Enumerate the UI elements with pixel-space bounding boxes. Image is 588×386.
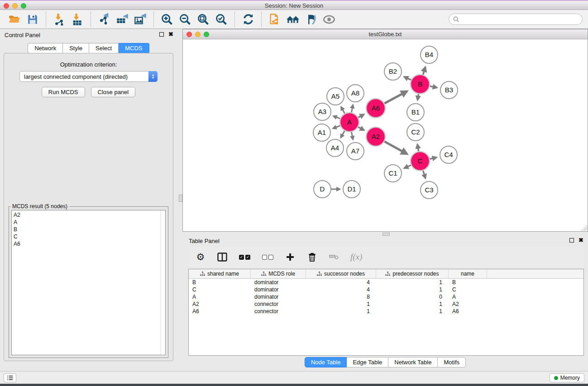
mcds-result-item[interactable]: B xyxy=(14,226,158,233)
optimization-criterion-dropdown[interactable]: largest connected component (directed) ▲… xyxy=(19,71,158,82)
refresh-icon[interactable] xyxy=(240,12,256,27)
task-history-button[interactable] xyxy=(4,373,16,382)
home-icon[interactable] xyxy=(285,12,301,27)
table-row[interactable]: Cdominator41C xyxy=(189,286,583,293)
zoom-out-icon[interactable] xyxy=(177,12,193,27)
graph-node-B1[interactable]: B1 xyxy=(407,104,424,121)
tab-mcds[interactable]: MCDS xyxy=(119,43,149,53)
graph-node-C4[interactable]: C4 xyxy=(440,146,457,163)
mcds-result-item[interactable]: A2 xyxy=(14,211,158,219)
open-session-icon[interactable] xyxy=(7,12,22,27)
export-table-icon[interactable] xyxy=(115,12,130,27)
graph-node-C[interactable]: C xyxy=(411,152,430,171)
edge-C-C2[interactable] xyxy=(417,144,418,151)
float-panel-icon[interactable] xyxy=(159,32,164,37)
window-resize-grip[interactable] xyxy=(581,225,587,231)
edge-A-A5[interactable] xyxy=(341,107,345,114)
toolbar-search-field[interactable] xyxy=(449,14,583,25)
mcds-list-scrollbar[interactable] xyxy=(160,210,165,355)
graph-node-B3[interactable]: B3 xyxy=(440,81,458,99)
tab-edge-table[interactable]: Edge Table xyxy=(347,357,388,367)
graph-node-A5[interactable]: A5 xyxy=(327,88,344,105)
graph-node-D1[interactable]: D1 xyxy=(343,181,360,198)
mcds-result-item[interactable]: C xyxy=(14,233,158,240)
close-table-panel-icon[interactable]: ✖ xyxy=(578,238,583,243)
edge-C-C3[interactable] xyxy=(423,171,425,178)
tab-style[interactable]: Style xyxy=(63,43,89,53)
edge-C-C1[interactable] xyxy=(404,165,411,168)
table-row[interactable]: A6connector11A6 xyxy=(189,308,583,315)
search-input[interactable] xyxy=(459,15,582,24)
run-mcds-button[interactable]: Run MCDS xyxy=(42,87,85,97)
graph-node-B[interactable]: B xyxy=(411,75,430,94)
tab-network[interactable]: Network xyxy=(28,43,63,53)
edge-A-A4[interactable] xyxy=(341,131,344,138)
zoom-selected-icon[interactable] xyxy=(214,12,229,27)
zoom-in-icon[interactable] xyxy=(159,12,175,27)
graph-node-A1[interactable]: A1 xyxy=(313,124,330,141)
edge-A2-C[interactable] xyxy=(384,142,407,154)
graph-node-A6[interactable]: A6 xyxy=(366,99,385,118)
graph-node-C3[interactable]: C3 xyxy=(421,181,438,199)
tab-motifs[interactable]: Motifs xyxy=(438,357,466,367)
graph-node-D[interactable]: D xyxy=(314,181,331,198)
import-network-icon[interactable] xyxy=(52,12,67,27)
mcds-result-item[interactable]: A xyxy=(14,219,158,226)
edge-B-B3[interactable] xyxy=(430,86,437,87)
select-all-rows-icon[interactable]: ✓✓ xyxy=(239,251,250,263)
import-table-icon[interactable] xyxy=(70,12,85,27)
edge-B-B2[interactable] xyxy=(404,77,411,80)
edge-A-A6[interactable] xyxy=(358,114,364,118)
memory-button[interactable]: Memory xyxy=(550,373,584,382)
graph-node-A4[interactable]: A4 xyxy=(326,139,344,157)
graph-node-A[interactable]: A xyxy=(340,113,359,132)
graph-node-B2[interactable]: B2 xyxy=(384,63,402,80)
edge-C-C4[interactable] xyxy=(430,157,436,159)
deselect-all-rows-icon[interactable] xyxy=(262,251,273,263)
edge-A-A2[interactable] xyxy=(358,127,364,130)
function-builder-icon[interactable]: f(x) xyxy=(350,251,362,263)
graph-node-A3[interactable]: A3 xyxy=(314,103,331,120)
delete-table-icon[interactable] xyxy=(329,251,339,263)
edge-A-A3[interactable] xyxy=(333,116,340,119)
network-document-icon[interactable] xyxy=(267,12,282,27)
column-header-successor-nodes[interactable]: successor nodes xyxy=(306,269,376,278)
graph-node-A8[interactable]: A8 xyxy=(347,85,364,102)
tab-node-table[interactable]: Node Table xyxy=(305,357,347,367)
zoom-fit-icon[interactable] xyxy=(196,12,211,27)
column-visibility-icon[interactable] xyxy=(217,251,227,263)
close-panel-icon[interactable]: ✖ xyxy=(168,32,173,37)
edge-B-B4[interactable] xyxy=(423,67,425,75)
network-canvas[interactable]: B4B2BB3A5A8A6A3AB1A1A2C2A4A7C4CC1C3DD1 xyxy=(183,39,588,231)
graph-node-B4[interactable]: B4 xyxy=(421,46,438,63)
column-header-shared-name[interactable]: shared name xyxy=(189,269,251,278)
float-table-panel-icon[interactable] xyxy=(569,238,574,243)
table-settings-gear-icon[interactable]: ⚙ xyxy=(196,251,206,263)
table-row[interactable]: Adominator80A xyxy=(189,293,583,300)
column-header-MCDS-role[interactable]: MCDS role xyxy=(251,269,306,278)
graph-node-C2[interactable]: C2 xyxy=(407,124,424,141)
export-image-icon[interactable] xyxy=(133,12,148,27)
edge-A-A1[interactable] xyxy=(333,126,340,129)
edge-B-B1[interactable] xyxy=(417,94,418,100)
tab-select[interactable]: Select xyxy=(89,43,119,53)
graph-node-C1[interactable]: C1 xyxy=(384,165,402,182)
column-header-predecessor-nodes[interactable]: predecessor nodes xyxy=(376,269,449,278)
graph-node-A2[interactable]: A2 xyxy=(366,127,385,146)
export-network-icon[interactable] xyxy=(96,12,112,27)
edge-A-A7[interactable] xyxy=(351,132,353,140)
mcds-result-item[interactable]: A6 xyxy=(14,240,158,248)
edge-A6-B[interactable] xyxy=(384,91,407,104)
graph-node-A7[interactable]: A7 xyxy=(347,143,364,160)
hide-annotations-icon[interactable] xyxy=(303,12,319,27)
add-column-icon[interactable] xyxy=(285,251,295,263)
close-panel-button[interactable]: Close panel xyxy=(91,87,136,97)
delete-column-trash-icon[interactable] xyxy=(307,251,317,263)
save-session-icon[interactable] xyxy=(25,12,40,27)
table-row[interactable]: Bdominator41B xyxy=(189,279,583,286)
edge-A-A8[interactable] xyxy=(351,105,353,113)
column-header-name[interactable]: name xyxy=(449,269,487,278)
table-row[interactable]: A2connector11A2 xyxy=(189,300,583,308)
panel-splitter-handle[interactable] xyxy=(179,195,182,202)
show-annotations-icon[interactable] xyxy=(321,12,337,27)
